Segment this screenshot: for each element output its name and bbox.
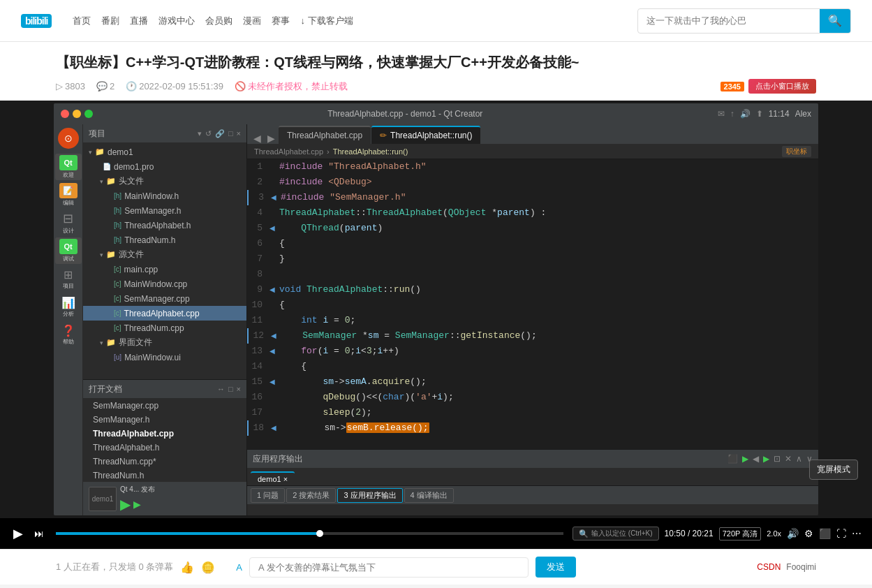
video-controls-bar: ▶ ⏭ 🔍 输入以定位 (Ctrl+K) 10:50 / 20:21 720P … [0, 518, 872, 549]
fooqimi-link[interactable]: Fooqimi [786, 562, 816, 572]
nav-bangumi[interactable]: 番剧 [101, 15, 119, 27]
nav-vip[interactable]: 会员购 [205, 15, 232, 27]
output-icon-3[interactable]: ◀ [753, 454, 759, 464]
nav-games[interactable]: 游戏中心 [158, 15, 195, 27]
open-doc-threadalphabet-h[interactable]: ThreadAlphabet.h [83, 441, 246, 455]
play-triangle-icon[interactable]: ▶ [120, 496, 131, 513]
output-panel-close[interactable]: ∧ [796, 454, 802, 464]
output-icon-6[interactable]: ✕ [785, 454, 792, 464]
time-display: 10:50 / 20:21 [665, 529, 714, 538]
tree-item-ui-folder[interactable]: ▾ 📁 界面文件 [83, 335, 246, 350]
output-subtab-2[interactable]: 2 搜索结果 [286, 488, 336, 503]
sidebar-item-analyze[interactable]: 📊 分析 [55, 293, 82, 320]
tree-item-threadnum-h[interactable]: [h] ThreadNum.h [83, 233, 246, 247]
link-icon[interactable]: 🔗 [215, 129, 225, 138]
lc-8 [279, 267, 285, 282]
send-button[interactable]: 发送 [535, 557, 576, 578]
output-subtab-1[interactable]: 1 问题 [251, 488, 285, 503]
filter-icon[interactable]: ▾ [198, 129, 202, 138]
play-pause-button[interactable]: ▶ [10, 524, 26, 543]
tree-item-mainwindow-h[interactable]: [h] MainWindow.h [83, 189, 246, 203]
tab-nav-prev[interactable]: ◀ [251, 133, 264, 144]
output-subtab-3[interactable]: 3 应用程序输出 [337, 488, 402, 503]
tab-function[interactable]: ✏ ThreadAlphabet::run() [371, 126, 480, 144]
mini-window-button[interactable]: 点击小窗口播放 [748, 79, 816, 94]
tab-threadalphabet-cpp[interactable]: ThreadAlphabet.cpp [279, 126, 371, 144]
next-button[interactable]: ⏭ [31, 527, 47, 541]
ln-16: 16 [247, 390, 269, 405]
search-button[interactable]: 🔍 [820, 8, 850, 34]
tree-item-threadnum-cpp[interactable]: [c] ThreadNum.cpp [83, 321, 246, 335]
sync-icon[interactable]: ↺ [205, 129, 212, 138]
widescreen-button[interactable]: 宽屏模式 [809, 460, 858, 480]
sidebar-item-projects[interactable]: ⊞ 项目 [55, 265, 82, 292]
panel-close-icon[interactable]: □ [228, 129, 233, 138]
quality-badge[interactable]: 720P 高清 [719, 527, 762, 541]
sidebar-item-help[interactable]: ❓ 帮助 [55, 321, 82, 348]
open-doc-semmanager-cpp[interactable]: SemManager.cpp [83, 399, 246, 413]
nav-manga[interactable]: 漫画 [243, 15, 261, 27]
sidebar-item-design[interactable]: ⊟ 设计 [55, 210, 82, 236]
nav-esports[interactable]: 赛事 [272, 15, 290, 27]
tree-item-mainwindow-ui[interactable]: [u] MainWindow.ui [83, 350, 246, 365]
code-scroll-area[interactable]: 1 #include "ThreadAlphabet.h" 2 #include… [247, 159, 818, 449]
nav-download[interactable]: ↓ 下载客户端 [300, 15, 353, 27]
output-panel-title: 应用程序输出 [253, 453, 303, 465]
coin-icon[interactable]: 🪙 [201, 561, 215, 574]
ln-arrow-5: ◀ [269, 224, 279, 232]
output-icon-5[interactable]: ⊡ [774, 454, 781, 464]
minimize-btn[interactable] [73, 110, 81, 118]
tree-item-threadalphabet-h[interactable]: [h] ThreadAlphabet.h [83, 218, 246, 233]
tree-item-main-cpp[interactable]: [c] main.cpp [83, 262, 246, 277]
tree-item-pro[interactable]: 📄 demo1.pro [83, 159, 246, 174]
run-icon[interactable]: ▶ [133, 499, 141, 510]
output-icon-2[interactable]: ▶ [742, 454, 748, 464]
panel-x-icon[interactable]: × [237, 129, 241, 138]
output-subtab-4[interactable]: 4 编译输出 [404, 488, 454, 503]
right-controls: 720P 高清 2.0x 🔊 ⚙ ⬛ ⛶ ⋯ [719, 527, 862, 541]
sidebar-item-debug[interactable]: Qt 调试 [55, 237, 82, 264]
output-tab-demo1[interactable]: demo1 × [251, 471, 295, 485]
editor-tabs: ◀ ▶ ThreadAlphabet.cpp ✏ ThreadAlphabet:… [247, 124, 818, 144]
progress-bar[interactable] [56, 532, 563, 535]
tree-item-semmanager-h[interactable]: [h] SemManager.h [83, 203, 246, 218]
output-icon-4[interactable]: ▶ [763, 454, 769, 464]
more-button[interactable]: ⋯ [852, 528, 862, 539]
tree-item-sources-folder[interactable]: ▾ 📁 源文件 [83, 247, 246, 262]
comment-input[interactable] [249, 557, 529, 578]
open-doc-threadalphabet-cpp[interactable]: ThreadAlphabet.cpp [83, 427, 246, 441]
title-area: 【职坐标】C++学习-QT进阶教程：QT线程与网络，快速掌握大厂C++开发必备技… [0, 42, 872, 101]
open-docs-icon3[interactable]: × [237, 385, 241, 393]
open-docs-icon2[interactable]: □ [228, 385, 233, 393]
output-icon-1[interactable]: ⬛ [727, 454, 738, 464]
banner-2345: 2345 [720, 82, 744, 91]
pip-button[interactable]: ⬛ [819, 528, 831, 539]
open-doc-semmanager-h[interactable]: SemManager.h [83, 413, 246, 427]
nav-live[interactable]: 直播 [130, 15, 148, 27]
thumbs-icon[interactable]: 👍 [180, 561, 194, 574]
settings-button[interactable]: ⚙ [804, 528, 813, 539]
fullscreen-button[interactable]: ⛶ [836, 528, 846, 539]
csdn-link[interactable]: CSDN [757, 562, 781, 572]
open-docs-icon1[interactable]: ↔ [217, 385, 225, 393]
tree-item-semmanager-cpp[interactable]: [c] SemManager.cpp [83, 291, 246, 306]
logo[interactable]: bilibili [21, 14, 52, 28]
open-doc-threadnum-h[interactable]: ThreadNum.h [83, 469, 246, 482]
open-doc-threadnum-cpp[interactable]: ThreadNum.cpp* [83, 455, 246, 469]
maximize-btn[interactable] [84, 110, 93, 118]
tree-item-headers-folder[interactable]: ▾ 📁 头文件 [83, 174, 246, 189]
close-btn[interactable] [61, 110, 69, 118]
sidebar-item-qt[interactable]: Qt 欢迎 [55, 154, 82, 180]
volume-button[interactable]: 🔊 [787, 528, 799, 539]
tab-nav-next[interactable]: ▶ [265, 133, 278, 144]
mini-player-btn[interactable]: 2345 点击小窗口播放 [720, 79, 816, 94]
progress-search[interactable]: 🔍 输入以定位 (Ctrl+K) [572, 527, 659, 541]
speed-badge[interactable]: 2.0x [767, 529, 781, 538]
tree-item-mainwindow-cpp[interactable]: [c] MainWindow.cpp [83, 277, 246, 291]
nav-home[interactable]: 首页 [73, 15, 91, 27]
search-input[interactable] [638, 15, 820, 26]
sidebar-item-edit[interactable]: 📝 编辑 [55, 182, 82, 208]
tree-item-root[interactable]: ▾ 📁 demo1 [83, 145, 246, 159]
lc-6: { [279, 236, 285, 251]
tree-item-threadalphabet-cpp[interactable]: [c] ThreadAlphabet.cpp [83, 306, 246, 321]
